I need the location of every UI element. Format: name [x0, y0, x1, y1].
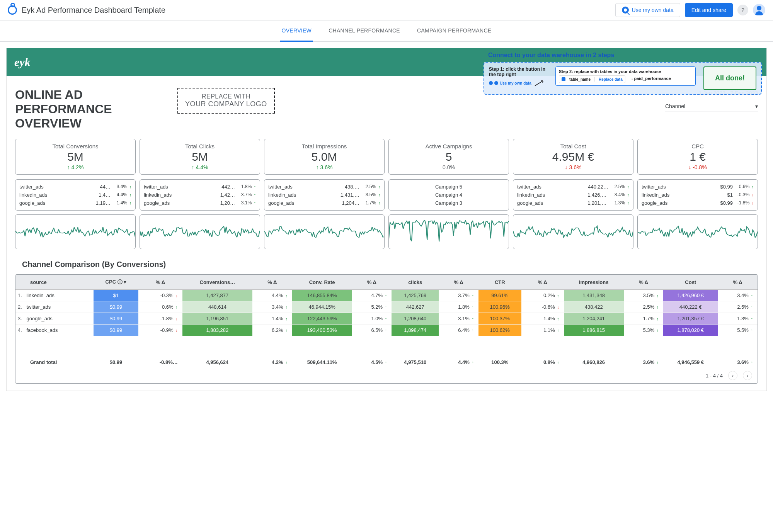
row-source: 3. google_ads — [15, 313, 94, 325]
logo-line-2: YOUR COMPANY LOGO — [185, 100, 267, 108]
breakdown-card[interactable]: twitter_ads$0.990.6% ↑linkedin_ads$1-0.3… — [637, 179, 758, 211]
search-data-icon — [622, 7, 629, 14]
pager-next-button[interactable]: › — [743, 371, 752, 380]
cell-clicks-delta: 3.7% ↑ — [439, 290, 478, 301]
breakdown-card[interactable]: twitter_ads440,22…2.5% ↑linkedin_ads1,42… — [513, 179, 633, 211]
kpi-card[interactable]: Total Cost4.95M €↓ 3.6% — [513, 139, 633, 175]
kpi-delta: ↑ 3.6% — [266, 164, 383, 170]
page-title: Eyk Ad Performance Dashboard Template — [22, 6, 611, 15]
use-my-own-data-button[interactable]: Use my own data — [615, 3, 680, 17]
table-header[interactable]: CPC ⓘ ▾ — [94, 275, 139, 290]
replace-data-link[interactable]: Replace data — [599, 77, 623, 82]
report: eyk Connect to your data warehouse in 2 … — [6, 48, 767, 391]
table-header[interactable]: % Δ — [352, 275, 392, 290]
cell-imp-delta: 3.5% ↑ — [624, 290, 664, 301]
table-header[interactable]: Impressions — [564, 275, 624, 290]
kpi-card[interactable]: CPC1 €↓ -0.8% — [637, 139, 758, 175]
kpi-label: Total Cost — [515, 143, 632, 150]
kpi-value: 5 — [390, 150, 507, 163]
table-hint: - paid_performance — [632, 76, 671, 81]
tab-channel-performance[interactable]: CHANNEL PERFORMANCE — [327, 20, 402, 41]
table-row[interactable]: 2. twitter_ads$0.990.6% ↑448,6143.4% ↑46… — [15, 301, 758, 313]
breakdown-line: twitter_ads$0.990.6% ↑ — [642, 183, 754, 191]
kpi-card[interactable]: Total Conversions5M↑ 4.2% — [15, 139, 136, 175]
breakdown-card[interactable]: twitter_ads44…3.4% ↑linkedin_ads1,4…4.4%… — [15, 179, 136, 211]
account-avatar[interactable] — [753, 4, 765, 16]
breakdown-card[interactable]: twitter_ads438,…2.5% ↑linkedin_ads1,431,… — [264, 179, 385, 211]
mini-data-icon — [489, 81, 493, 85]
kpi-card[interactable]: Total Impressions5.0M↑ 3.6% — [264, 139, 385, 175]
cell-clicks: 442,627 — [392, 301, 439, 313]
cell-cpc-delta: -0.3% ↓ — [138, 290, 182, 301]
table-row[interactable]: 1. linkedin_ads$1-0.3% ↓1,427,8774.4% ↑1… — [15, 290, 758, 301]
mini-table-name: table_name — [569, 77, 591, 82]
table-header[interactable]: Conversions… — [182, 275, 252, 290]
breakdown-card[interactable]: Campaign 5Campaign 4Campaign 3 — [388, 179, 509, 211]
overlay-step-2-head: Step 2: replace with tables in your data… — [559, 69, 661, 74]
row-source: 1. linkedin_ads — [15, 290, 94, 301]
sparkline-row — [7, 214, 766, 257]
sparkline-card[interactable] — [15, 214, 136, 249]
cell-ctr-delta: 1.1% ↑ — [521, 325, 564, 336]
table-header[interactable]: % Δ — [521, 275, 564, 290]
cell-clicks-delta: 6.4% ↑ — [439, 325, 478, 336]
cell-cr-delta: 5.2% ↑ — [352, 301, 392, 313]
table-header[interactable]: % Δ — [624, 275, 664, 290]
sort-icon: ▾ — [124, 279, 126, 285]
cell-ctr-delta: 0.2% ↑ — [521, 290, 564, 301]
cell-imp: 1,886,815 — [564, 325, 624, 336]
sparkline-card[interactable] — [264, 214, 385, 249]
company-logo-placeholder: REPLACE WITH YOUR COMPANY LOGO — [177, 88, 275, 114]
help-button[interactable]: ? — [737, 5, 748, 15]
kpi-value: 5M — [17, 150, 134, 163]
breakdown-line: google_ads1,201,35…1.3% ↑ — [517, 199, 629, 207]
kpi-label: Total Impressions — [266, 143, 383, 150]
table-header[interactable]: CTR — [478, 275, 521, 290]
cell-imp-delta: 2.5% ↑ — [624, 301, 664, 313]
cell-ctr-delta: -0.6% ↓ — [521, 301, 564, 313]
cell-clicks: 1,425,769 — [392, 290, 439, 301]
kpi-card[interactable]: Active Campaigns5 0.0% — [388, 139, 509, 175]
all-done-badge: All done! — [703, 66, 756, 90]
arrow-icon — [535, 80, 545, 87]
table-header[interactable]: source — [15, 275, 94, 290]
table-header[interactable]: % Δ — [718, 275, 758, 290]
kpi-card[interactable]: Total Clicks5M↑ 4.4% — [140, 139, 260, 175]
info-icon: ⓘ — [117, 279, 123, 285]
sparkline-card[interactable] — [637, 214, 758, 249]
cell-imp-delta: 5.3% ↑ — [624, 325, 664, 336]
breakdown-line: linkedin_ads1,426,9…3.4% ↑ — [517, 191, 629, 199]
cell-cpc-delta: -1.8% ↓ — [138, 313, 182, 325]
channel-select[interactable]: Channel ▾ — [665, 101, 758, 112]
sparkline-card[interactable] — [140, 214, 260, 249]
table-row[interactable]: 3. google_ads$0.99-1.8% ↓1,196,8511.4% ↑… — [15, 313, 758, 325]
table-row[interactable]: 4. facebook_ads$0.99-0.9% ↓1,883,2826.2%… — [15, 325, 758, 336]
cell-imp: 438,422 — [564, 301, 624, 313]
table-header[interactable]: % Δ — [252, 275, 292, 290]
breakdown-card[interactable]: twitter_ads442…1.8% ↑linkedin_ads1,42…3.… — [140, 179, 260, 211]
pager-range: 1 - 4 / 4 — [706, 373, 723, 379]
table-header[interactable]: Cost — [663, 275, 718, 290]
kpi-delta: ↓ 3.6% — [515, 164, 632, 170]
table-header[interactable]: % Δ — [439, 275, 478, 290]
table-header[interactable]: Conv. Rate — [292, 275, 352, 290]
cell-cr: 193,400.53% — [292, 325, 352, 336]
cell-cost-delta: 3.4% ↑ — [718, 290, 758, 301]
kpi-label: Total Conversions — [17, 143, 134, 150]
use-my-own-data-label: Use my own data — [632, 7, 674, 13]
kpi-label: CPC — [639, 143, 756, 150]
kpi-delta: ↓ -0.8% — [639, 164, 756, 170]
table-header[interactable]: clicks — [392, 275, 439, 290]
sparkline-card[interactable] — [513, 214, 633, 249]
sparkline-card[interactable] — [388, 214, 509, 249]
breakdown-campaign: Campaign 3 — [393, 199, 505, 207]
tab-campaign-performance[interactable]: CAMPAIGN PERFORMANCE — [415, 20, 493, 41]
edit-and-share-button[interactable]: Edit and share — [685, 3, 733, 17]
table-header[interactable]: % Δ — [138, 275, 182, 290]
pager-prev-button[interactable]: ‹ — [728, 371, 737, 380]
cell-conv: 448,614 — [182, 301, 252, 313]
overlay-step-1-head: Step 1: click the button in the top righ… — [489, 66, 545, 77]
tab-overview[interactable]: OVERVIEW — [280, 20, 313, 42]
kpi-delta: ↑ 4.2% — [17, 164, 134, 170]
breakdown-line: twitter_ads440,22…2.5% ↑ — [517, 183, 629, 191]
